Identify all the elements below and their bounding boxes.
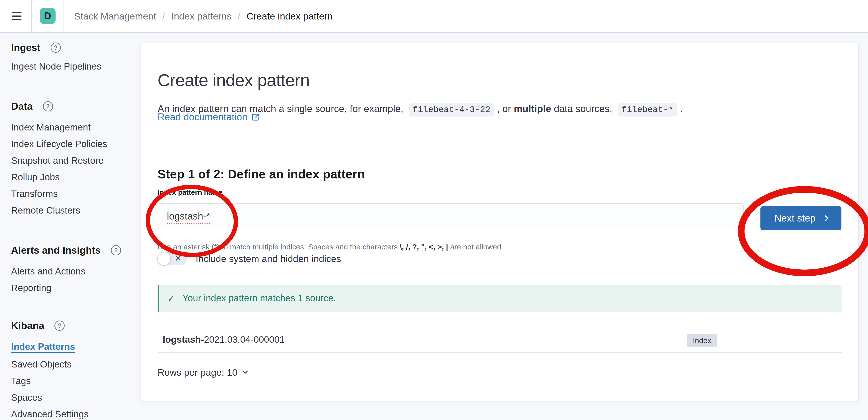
helper-disallowed-chars: \, /, ?, ", <, >, |	[400, 243, 448, 251]
section-title: Kibana	[11, 320, 44, 331]
breadcrumb-current: Create index pattern	[247, 11, 333, 22]
index-pattern-name-input[interactable]: logstash-*	[158, 203, 744, 229]
matched-index-suffix: 2021.03.04-000001	[204, 334, 285, 345]
sidebar-item-ingest-node-pipelines[interactable]: Ingest Node Pipelines	[11, 60, 101, 73]
success-callout-text: Your index pattern matches 1 source.	[182, 293, 336, 304]
code-example-single: filebeat-4-3-22	[409, 103, 494, 116]
menu-icon[interactable]	[12, 10, 22, 22]
external-link-icon	[251, 113, 260, 121]
section-title: Alerts and Insights	[11, 245, 101, 256]
intro-part: , or	[497, 103, 514, 114]
sidebar-item-alerts-actions[interactable]: Alerts and Actions	[11, 265, 86, 278]
success-callout: ✓ Your index pattern matches 1 source.	[158, 285, 842, 312]
section-divider	[158, 141, 842, 141]
chevron-right-icon	[822, 215, 828, 221]
include-hidden-indices-row: ✕ Include system and hidden indices	[158, 252, 341, 265]
table-divider	[158, 352, 842, 353]
input-helper-text: Use an asterisk (*) to match multiple in…	[158, 243, 503, 251]
chevron-down-icon	[242, 369, 248, 374]
sidebar-item-advanced-settings[interactable]: Advanced Settings	[11, 408, 89, 420]
index-pattern-name-label: Index pattern name	[158, 188, 222, 196]
helper-part: Use an asterisk (*) to match multiple in…	[158, 243, 400, 251]
sidebar-section-data: Data ?	[11, 100, 53, 113]
toggle-label: Include system and hidden indices	[196, 253, 341, 264]
breadcrumb-separator: /	[162, 11, 165, 22]
cross-icon: ✕	[175, 254, 182, 263]
breadcrumb-stack-management[interactable]: Stack Management	[74, 11, 156, 22]
read-documentation-label: Read documentation	[158, 111, 247, 122]
space-avatar[interactable]: D	[40, 8, 56, 24]
include-hidden-indices-toggle[interactable]: ✕	[158, 252, 187, 265]
top-header: D Stack Management / Index patterns / Cr…	[0, 0, 868, 33]
help-icon[interactable]: ?	[55, 320, 65, 331]
header-divider	[31, 0, 32, 32]
breadcrumb-index-patterns[interactable]: Index patterns	[171, 11, 231, 22]
breadcrumb-separator: /	[238, 11, 240, 22]
header-divider	[64, 0, 64, 32]
section-title: Ingest	[11, 42, 40, 53]
rows-per-page-selector[interactable]: Rows per page: 10	[158, 367, 247, 378]
table-divider	[158, 327, 842, 328]
matched-index-row: logstash-2021.03.04-000001	[163, 334, 285, 345]
page-title: Create index pattern	[158, 70, 310, 90]
sidebar-item-reporting[interactable]: Reporting	[11, 282, 51, 294]
read-documentation-link[interactable]: Read documentation	[158, 111, 260, 122]
next-step-label: Next step	[774, 213, 815, 224]
check-icon: ✓	[167, 292, 175, 304]
sidebar-item-index-lifecycle-policies[interactable]: Index Lifecycle Policies	[11, 138, 107, 150]
matched-index-prefix: logstash-	[163, 334, 204, 345]
index-pattern-input-value: logstash-*	[167, 211, 210, 222]
section-title: Data	[11, 101, 33, 112]
sidebar-item-tags[interactable]: Tags	[11, 375, 31, 387]
helper-part: are not allowed.	[448, 243, 503, 251]
sidebar-item-remote-clusters[interactable]: Remote Clusters	[11, 204, 80, 217]
sidebar-item-spaces[interactable]: Spaces	[11, 391, 42, 404]
code-example-wildcard: filebeat-*	[618, 103, 677, 116]
intro-part: data sources,	[551, 103, 615, 114]
help-icon[interactable]: ?	[43, 101, 53, 111]
sidebar-item-saved-objects[interactable]: Saved Objects	[11, 358, 71, 371]
intro-part: .	[680, 103, 683, 114]
help-icon[interactable]: ?	[111, 245, 121, 255]
sidebar-item-transforms[interactable]: Transforms	[11, 188, 58, 200]
sidebar-item-index-patterns[interactable]: Index Patterns	[11, 340, 75, 353]
breadcrumb: Stack Management / Index patterns / Crea…	[74, 0, 333, 32]
sidebar-item-snapshot-restore[interactable]: Snapshot and Restore	[11, 155, 103, 167]
sidebar-section-alerts-insights: Alerts and Insights ?	[11, 244, 121, 256]
create-index-pattern-panel: Create index pattern An index pattern ca…	[140, 43, 859, 401]
sidebar-section-kibana: Kibana ?	[11, 319, 65, 332]
help-icon[interactable]: ?	[51, 43, 61, 53]
sidebar-item-index-management[interactable]: Index Management	[11, 121, 91, 134]
rows-per-page-label: Rows per page: 10	[158, 367, 238, 378]
intro-bold: multiple	[514, 103, 551, 114]
index-type-badge: Index	[687, 334, 717, 347]
sidebar-item-rollup-jobs[interactable]: Rollup Jobs	[11, 171, 60, 184]
next-step-button[interactable]: Next step	[761, 206, 841, 230]
toggle-knob	[157, 252, 171, 265]
step-heading: Step 1 of 2: Define an index pattern	[158, 167, 365, 181]
sidebar-section-ingest: Ingest ?	[11, 41, 61, 54]
